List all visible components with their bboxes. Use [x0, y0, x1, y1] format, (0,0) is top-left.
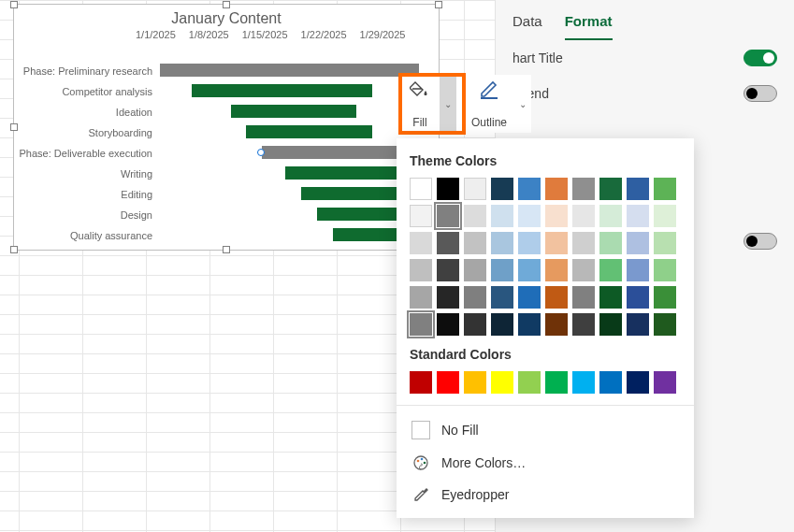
fill-label: Fill — [412, 116, 426, 129]
color-swatch[interactable] — [491, 232, 513, 254]
color-swatch[interactable] — [545, 178, 568, 200]
color-swatch[interactable] — [545, 371, 568, 394]
resize-handle[interactable] — [10, 246, 18, 253]
no-fill-option[interactable]: No Fill — [410, 413, 681, 447]
color-swatch[interactable] — [410, 313, 432, 336]
chart-row: Phase: Deliverable execution — [14, 143, 435, 164]
color-swatch[interactable] — [437, 313, 459, 336]
color-swatch[interactable] — [599, 259, 622, 281]
color-swatch[interactable] — [572, 232, 595, 254]
color-swatch[interactable] — [545, 205, 568, 227]
color-swatch[interactable] — [572, 286, 595, 309]
color-swatch[interactable] — [464, 232, 486, 254]
color-swatch[interactable] — [410, 286, 432, 309]
color-swatch[interactable] — [627, 313, 649, 336]
gantt-bar[interactable] — [262, 146, 419, 159]
color-swatch[interactable] — [464, 205, 486, 227]
color-swatch[interactable] — [437, 259, 459, 281]
color-swatch[interactable] — [545, 313, 568, 336]
color-swatch[interactable] — [437, 205, 459, 227]
more-colors-option[interactable]: More Colors… — [410, 447, 681, 479]
color-swatch[interactable] — [627, 178, 649, 200]
color-swatch[interactable] — [572, 371, 595, 394]
tab-data[interactable]: Data — [512, 7, 542, 40]
color-swatch[interactable] — [545, 259, 568, 281]
color-swatch[interactable] — [627, 205, 649, 227]
color-swatch[interactable] — [599, 286, 622, 309]
color-swatch[interactable] — [518, 259, 541, 281]
color-swatch[interactable] — [654, 371, 676, 394]
color-swatch[interactable] — [464, 286, 486, 309]
fill-button[interactable]: Fill — [400, 75, 440, 133]
color-swatch[interactable] — [572, 259, 595, 281]
color-swatch[interactable] — [410, 371, 432, 394]
eyedropper-option[interactable]: Eyedropper — [410, 479, 681, 510]
gantt-bar[interactable] — [160, 64, 419, 77]
resize-handle[interactable] — [10, 1, 18, 8]
color-swatch[interactable] — [491, 371, 513, 394]
color-swatch[interactable] — [464, 313, 486, 336]
bar-track — [160, 61, 435, 81]
color-swatch[interactable] — [410, 178, 432, 200]
color-swatch[interactable] — [627, 286, 649, 309]
color-swatch[interactable] — [491, 259, 513, 281]
color-swatch[interactable] — [491, 286, 513, 309]
category-label: Storyboarding — [14, 127, 160, 138]
color-swatch[interactable] — [599, 205, 622, 227]
color-swatch[interactable] — [599, 371, 622, 394]
series-select-handle[interactable] — [257, 149, 265, 156]
color-swatch[interactable] — [599, 178, 622, 200]
color-swatch[interactable] — [410, 232, 432, 254]
color-swatch[interactable] — [545, 286, 568, 309]
color-swatch[interactable] — [627, 259, 649, 281]
color-swatch[interactable] — [518, 205, 541, 227]
color-swatch[interactable] — [410, 259, 432, 281]
color-swatch[interactable] — [654, 205, 676, 227]
color-swatch[interactable] — [654, 313, 676, 336]
color-swatch[interactable] — [654, 178, 676, 200]
color-swatch[interactable] — [545, 232, 568, 254]
color-swatch[interactable] — [437, 371, 459, 394]
gantt-bar[interactable] — [231, 105, 356, 118]
color-swatch[interactable] — [464, 259, 486, 281]
color-swatch[interactable] — [572, 178, 595, 200]
resize-handle[interactable] — [223, 246, 230, 253]
color-swatch[interactable] — [518, 232, 541, 254]
color-swatch[interactable] — [518, 286, 541, 309]
color-swatch[interactable] — [491, 313, 513, 336]
gantt-bar[interactable] — [246, 125, 371, 138]
color-swatch[interactable] — [491, 178, 513, 200]
outline-dropdown[interactable]: ⌄ — [514, 75, 531, 133]
color-swatch[interactable] — [437, 286, 459, 309]
color-swatch[interactable] — [572, 205, 595, 227]
chart-plot-area[interactable]: Phase: Preliminary researchCompetitor an… — [14, 61, 435, 246]
fill-dropdown[interactable]: ⌄ — [440, 75, 456, 133]
color-swatch[interactable] — [599, 232, 622, 254]
color-swatch[interactable] — [654, 232, 676, 254]
color-swatch[interactable] — [518, 313, 541, 336]
gantt-chart[interactable]: January Content 1/1/20251/8/20251/15/202… — [13, 4, 440, 251]
tab-format[interactable]: Format — [565, 7, 613, 40]
color-swatch[interactable] — [410, 205, 432, 227]
series-format-toolbar: Fill ⌄ Outline ⌄ — [400, 75, 531, 133]
color-swatch[interactable] — [627, 371, 649, 394]
resize-handle[interactable] — [435, 1, 442, 8]
color-swatch[interactable] — [437, 178, 459, 200]
toggle-legend[interactable] — [743, 85, 777, 102]
color-swatch[interactable] — [464, 371, 486, 394]
outline-button[interactable]: Outline — [464, 75, 514, 133]
color-swatch[interactable] — [518, 178, 541, 200]
gantt-bar[interactable] — [192, 84, 372, 97]
color-swatch[interactable] — [572, 313, 595, 336]
toggle-chart-title[interactable] — [743, 50, 777, 66]
color-swatch[interactable] — [654, 286, 676, 309]
color-swatch[interactable] — [437, 232, 459, 254]
color-swatch[interactable] — [518, 371, 541, 394]
resize-handle[interactable] — [223, 1, 230, 8]
color-swatch[interactable] — [599, 313, 622, 336]
toggle-option-3[interactable] — [743, 233, 777, 250]
color-swatch[interactable] — [654, 259, 676, 281]
color-swatch[interactable] — [491, 205, 513, 227]
color-swatch[interactable] — [627, 232, 649, 254]
color-swatch[interactable] — [464, 178, 486, 200]
